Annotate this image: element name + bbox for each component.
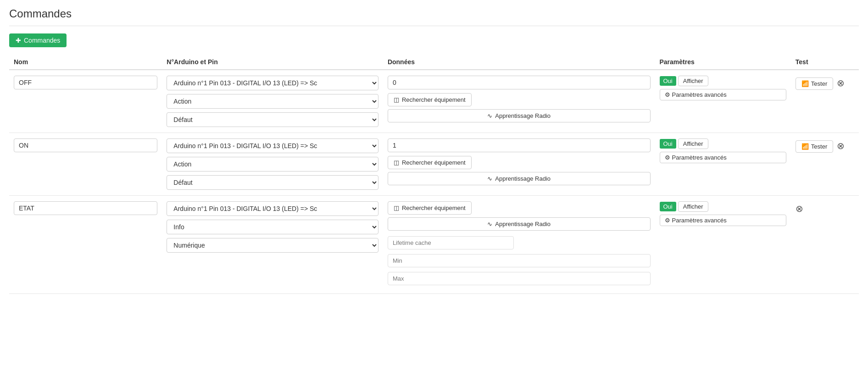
nom-input[interactable] bbox=[14, 76, 157, 89]
test-container: ⊗ bbox=[796, 201, 854, 213]
rechercher-button[interactable]: ◫ Rechercher équipement bbox=[388, 201, 472, 215]
remove-button[interactable]: ⊗ bbox=[837, 78, 845, 88]
tester-button[interactable]: 📶 Tester bbox=[796, 77, 833, 90]
donnees-cell: ◫ Rechercher équipement∿ Apprentissage R… bbox=[383, 133, 655, 196]
apprentissage-button[interactable]: ∿ Apprentissage Radio bbox=[388, 217, 651, 231]
add-commandes-button[interactable]: ✚ Commandes bbox=[9, 33, 67, 47]
wifi-icon: ∿ bbox=[487, 112, 492, 119]
nom-cell bbox=[9, 133, 162, 196]
oui-badge: Oui bbox=[660, 202, 676, 211]
table-body: Arduino n°1 Pin 013 - DIGITAL I/O 13 (LE… bbox=[9, 70, 859, 294]
plus-icon: ✚ bbox=[16, 37, 21, 44]
afficher-button[interactable]: Afficher bbox=[678, 76, 708, 86]
type-select[interactable]: ActionInfo bbox=[167, 94, 378, 109]
afficher-button[interactable]: Afficher bbox=[678, 201, 708, 212]
subtype-select[interactable]: Défaut bbox=[167, 112, 378, 127]
signal-icon: 📶 bbox=[801, 80, 809, 87]
col-donnees: Données bbox=[383, 55, 655, 70]
type-select[interactable]: InfoAction bbox=[167, 220, 378, 234]
params-row1: OuiAfficher bbox=[660, 76, 786, 86]
arduino-select[interactable]: Arduino n°1 Pin 013 - DIGITAL I/O 13 (LE… bbox=[167, 76, 378, 90]
lifetime-cache-input[interactable] bbox=[388, 236, 514, 249]
apprentissage-button[interactable]: ∿ Apprentissage Radio bbox=[388, 109, 651, 122]
gear-icon: ⚙ bbox=[665, 217, 670, 224]
col-parametres: Paramètres bbox=[655, 55, 791, 70]
commandes-table: Nom N°Arduino et Pin Données Paramètres … bbox=[9, 55, 859, 294]
params-avances-button[interactable]: ⚙Paramètres avancés bbox=[660, 215, 786, 226]
donnees-cell: ◫ Rechercher équipement∿ Apprentissage R… bbox=[383, 70, 655, 133]
max-input[interactable] bbox=[388, 272, 651, 285]
page-wrapper: Commandes ✚ Commandes Nom N°Arduino et P… bbox=[0, 0, 868, 301]
test-container: 📶 Tester⊗ bbox=[796, 76, 854, 90]
arduino-select[interactable]: Arduino n°1 Pin 013 - DIGITAL I/O 13 (LE… bbox=[167, 138, 378, 153]
remove-button[interactable]: ⊗ bbox=[796, 204, 803, 213]
arduino-cell: Arduino n°1 Pin 013 - DIGITAL I/O 13 (LE… bbox=[162, 70, 383, 133]
monitor-icon: ◫ bbox=[394, 96, 399, 103]
tester-button[interactable]: 📶 Tester bbox=[796, 140, 833, 153]
remove-button[interactable]: ⊗ bbox=[837, 141, 845, 150]
params-container: OuiAfficher⚙Paramètres avancés bbox=[660, 76, 786, 100]
col-nom: Nom bbox=[9, 55, 162, 70]
params-avances-button[interactable]: ⚙Paramètres avancés bbox=[660, 89, 786, 100]
monitor-icon: ◫ bbox=[394, 159, 399, 166]
test-cell: 📶 Tester⊗ bbox=[791, 70, 859, 133]
test-container: 📶 Tester⊗ bbox=[796, 138, 854, 153]
data-value-input[interactable] bbox=[388, 76, 651, 89]
page-title: Commandes bbox=[9, 7, 859, 20]
arduino-cell: Arduino n°1 Pin 013 - DIGITAL I/O 13 (LE… bbox=[162, 133, 383, 196]
donnees-cell: ◫ Rechercher équipement∿ Apprentissage R… bbox=[383, 196, 655, 294]
test-cell: ⊗ bbox=[791, 196, 859, 294]
oui-badge: Oui bbox=[660, 76, 676, 86]
subtype-select[interactable]: Défaut bbox=[167, 175, 378, 190]
min-input[interactable] bbox=[388, 254, 651, 267]
data-value-input[interactable] bbox=[388, 138, 651, 152]
title-divider bbox=[9, 26, 859, 26]
nom-cell bbox=[9, 70, 162, 133]
subtype-select[interactable]: NumériqueDéfaut bbox=[167, 238, 378, 253]
parametres-cell: OuiAfficher⚙Paramètres avancés bbox=[655, 133, 791, 196]
nom-cell bbox=[9, 196, 162, 294]
gear-icon: ⚙ bbox=[665, 154, 670, 161]
apprentissage-button[interactable]: ∿ Apprentissage Radio bbox=[388, 172, 651, 185]
wifi-icon: ∿ bbox=[487, 175, 492, 182]
signal-icon: 📶 bbox=[801, 143, 809, 150]
table-row: Arduino n°1 Pin 013 - DIGITAL I/O 13 (LE… bbox=[9, 196, 859, 294]
afficher-button[interactable]: Afficher bbox=[678, 138, 708, 149]
params-row1: OuiAfficher bbox=[660, 201, 786, 212]
parametres-cell: OuiAfficher⚙Paramètres avancés bbox=[655, 196, 791, 294]
parametres-cell: OuiAfficher⚙Paramètres avancés bbox=[655, 70, 791, 133]
table-row: Arduino n°1 Pin 013 - DIGITAL I/O 13 (LE… bbox=[9, 133, 859, 196]
add-commandes-label: Commandes bbox=[24, 37, 60, 44]
type-select[interactable]: ActionInfo bbox=[167, 157, 378, 171]
oui-badge: Oui bbox=[660, 139, 676, 149]
nom-input[interactable] bbox=[14, 138, 157, 152]
arduino-cell: Arduino n°1 Pin 013 - DIGITAL I/O 13 (LE… bbox=[162, 196, 383, 294]
col-arduino: N°Arduino et Pin bbox=[162, 55, 383, 70]
wifi-icon: ∿ bbox=[487, 221, 492, 227]
params-avances-button[interactable]: ⚙Paramètres avancés bbox=[660, 152, 786, 163]
params-row1: OuiAfficher bbox=[660, 138, 786, 149]
col-test: Test bbox=[791, 55, 859, 70]
params-container: OuiAfficher⚙Paramètres avancés bbox=[660, 138, 786, 163]
params-container: OuiAfficher⚙Paramètres avancés bbox=[660, 201, 786, 226]
rechercher-button[interactable]: ◫ Rechercher équipement bbox=[388, 156, 472, 169]
table-row: Arduino n°1 Pin 013 - DIGITAL I/O 13 (LE… bbox=[9, 70, 859, 133]
test-cell: 📶 Tester⊗ bbox=[791, 133, 859, 196]
rechercher-button[interactable]: ◫ Rechercher équipement bbox=[388, 93, 472, 106]
arduino-select[interactable]: Arduino n°1 Pin 013 - DIGITAL I/O 13 (LE… bbox=[167, 201, 378, 216]
monitor-icon: ◫ bbox=[394, 205, 399, 211]
gear-icon: ⚙ bbox=[665, 91, 670, 98]
nom-input[interactable] bbox=[14, 201, 157, 215]
table-header: Nom N°Arduino et Pin Données Paramètres … bbox=[9, 55, 859, 70]
